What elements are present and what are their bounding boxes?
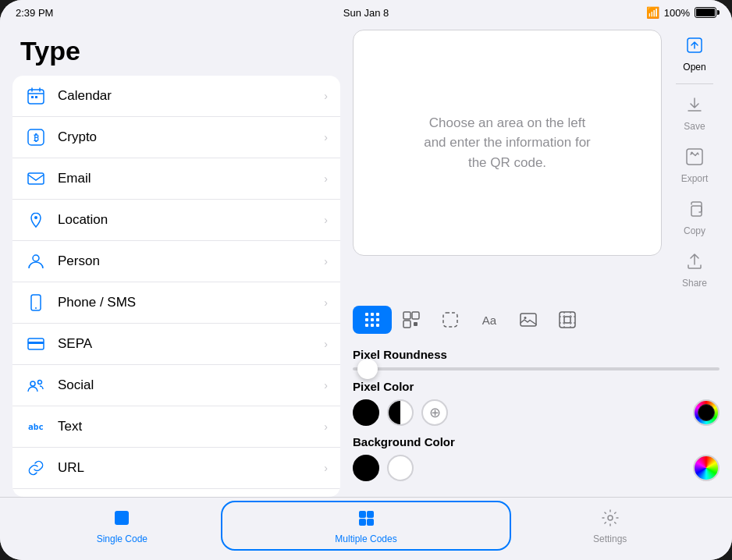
person-chevron: ›	[324, 255, 328, 268]
settings-icon	[601, 509, 620, 530]
battery-fill	[696, 9, 715, 16]
calendar-chevron: ›	[324, 90, 328, 102]
pixel-color-custom[interactable]: ⊕	[421, 399, 448, 426]
list-item-person[interactable]: Person ›	[12, 241, 340, 282]
url-label: URL	[58, 460, 313, 476]
settings-panel: Pixel Roundness Pixel Color ⊕	[353, 345, 720, 494]
svg-rect-19	[371, 313, 374, 316]
svg-point-33	[524, 317, 527, 319]
type-list: Calendar › ₿ Crypto › Email ›	[12, 76, 340, 497]
right-panel: Choose an area on the left and enter the…	[353, 30, 720, 497]
roundness-slider-thumb[interactable]	[357, 359, 378, 379]
bg-color-white[interactable]	[387, 455, 414, 481]
tab-qr-dots[interactable]	[353, 306, 392, 334]
copy-icon	[685, 200, 704, 223]
open-icon	[685, 36, 704, 59]
roundness-slider-container	[353, 367, 720, 370]
phone-label: Phone / SMS	[58, 295, 313, 310]
tab-logo[interactable]	[548, 306, 587, 334]
export-label: Export	[681, 173, 709, 184]
tab-corners[interactable]	[431, 306, 470, 334]
svg-rect-26	[376, 324, 379, 327]
device-frame: 2:39 PM Sun Jan 8 📶 100% Type Calendar ›	[0, 0, 732, 560]
open-button[interactable]: Open	[670, 30, 720, 79]
status-time: 2:39 PM	[16, 7, 53, 19]
list-item-url[interactable]: URL ›	[12, 448, 340, 489]
svg-rect-20	[376, 313, 379, 316]
battery-percent: 100%	[664, 7, 690, 19]
svg-point-13	[38, 381, 42, 385]
list-item-wifi[interactable]: Wi-Fi ›	[12, 489, 340, 497]
tab-multiple-codes[interactable]: Multiple Codes	[244, 505, 489, 548]
svg-rect-28	[412, 312, 419, 319]
svg-point-12	[30, 381, 35, 386]
text-label: Text	[58, 419, 313, 434]
list-item-social[interactable]: Social ›	[12, 365, 340, 406]
export-button[interactable]: Export	[670, 141, 720, 190]
svg-point-7	[33, 255, 39, 261]
open-label: Open	[683, 62, 705, 73]
location-chevron: ›	[324, 214, 328, 226]
svg-rect-5	[28, 173, 44, 184]
pixel-color-half[interactable]	[387, 399, 414, 426]
tab-settings[interactable]: Settings	[488, 505, 732, 548]
location-icon	[25, 209, 47, 231]
list-item-email[interactable]: Email ›	[12, 158, 340, 200]
list-item-text[interactable]: abc Text ›	[12, 406, 340, 448]
bg-color-black[interactable]	[353, 455, 379, 481]
tab-qr-small[interactable]	[392, 306, 431, 334]
calendar-icon	[25, 85, 47, 107]
pixel-color-wheel[interactable]	[693, 399, 720, 426]
svg-rect-17	[691, 206, 702, 216]
share-icon	[685, 252, 704, 275]
svg-rect-36	[115, 511, 129, 525]
single-code-label: Single Code	[97, 533, 147, 544]
person-icon	[25, 250, 47, 272]
svg-rect-18	[365, 313, 368, 316]
tab-image[interactable]	[509, 306, 548, 334]
pixel-color-row: Pixel Color ⊕	[353, 380, 720, 426]
action-buttons: Open Save Export	[670, 30, 720, 295]
status-icons: 📶 100%	[646, 6, 716, 19]
list-item-crypto[interactable]: ₿ Crypto ›	[12, 117, 340, 158]
pixel-color-black[interactable]	[353, 399, 379, 426]
share-button[interactable]: Share	[670, 246, 720, 295]
phone-icon	[25, 292, 47, 314]
bottom-tab-bar: Single Code Multiple Codes Settings	[0, 497, 732, 560]
svg-rect-15	[687, 149, 702, 165]
list-item-sepa[interactable]: SEPA ›	[12, 324, 340, 365]
list-item-location[interactable]: Location ›	[12, 200, 340, 241]
copy-label: Copy	[684, 225, 705, 236]
background-color-row: Background Color	[353, 435, 720, 481]
url-chevron: ›	[324, 462, 328, 474]
status-bar: 2:39 PM Sun Jan 8 📶 100%	[0, 0, 732, 22]
list-item-calendar[interactable]: Calendar ›	[12, 76, 340, 117]
tab-font[interactable]: Aa	[470, 306, 509, 334]
single-code-icon	[112, 509, 131, 530]
svg-rect-32	[521, 314, 536, 326]
save-button[interactable]: Save	[670, 89, 720, 138]
multiple-codes-icon	[357, 509, 375, 530]
tab-single-code[interactable]: Single Code	[0, 505, 244, 548]
left-panel: Type Calendar › ₿ Crypto ›	[12, 30, 340, 497]
svg-point-6	[34, 216, 37, 219]
social-icon	[25, 374, 47, 396]
background-color-label: Background Color	[353, 435, 720, 448]
sepa-chevron: ›	[324, 338, 328, 350]
svg-rect-23	[376, 318, 379, 321]
phone-chevron: ›	[324, 296, 328, 309]
text-chevron: ›	[324, 420, 328, 433]
copy-button[interactable]: Copy	[670, 193, 720, 243]
svg-rect-40	[367, 519, 374, 526]
list-item-phone[interactable]: Phone / SMS ›	[12, 282, 340, 324]
svg-rect-31	[443, 313, 457, 327]
bg-color-wheel[interactable]	[693, 455, 720, 481]
social-chevron: ›	[324, 379, 328, 392]
svg-rect-38	[367, 511, 374, 518]
text-icon: abc	[25, 416, 47, 438]
qr-preview: Choose an area on the left and enter the…	[353, 30, 662, 256]
crypto-chevron: ›	[324, 131, 328, 144]
export-icon	[685, 147, 704, 171]
wifi-status-icon: 📶	[646, 6, 659, 19]
svg-rect-1	[31, 96, 34, 98]
